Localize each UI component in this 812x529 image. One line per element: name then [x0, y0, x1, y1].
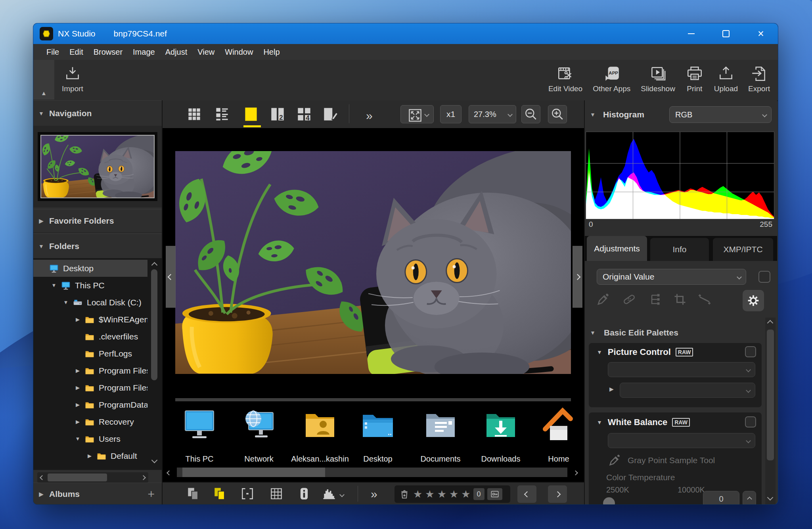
folder-tree-item[interactable]: ▶Recovery: [33, 413, 147, 430]
more-tools-button[interactable]: »: [371, 488, 377, 500]
chevron-right-icon[interactable]: ▶: [609, 386, 614, 392]
filmstrip-scrollbar[interactable]: [165, 466, 579, 478]
scrollbar-thumb[interactable]: [182, 468, 325, 477]
filmstrip-item[interactable]: Desktop: [348, 406, 408, 464]
folder-tree-item[interactable]: ▶Program Files: [33, 362, 147, 379]
toolbar-action-button[interactable]: APP Other Apps: [593, 65, 630, 93]
toolbar-action-button[interactable]: Export: [748, 65, 770, 93]
protect-key-button[interactable]: [487, 488, 502, 500]
picture-control-sub-dropdown[interactable]: [620, 383, 755, 398]
menu-item[interactable]: Help: [258, 48, 285, 57]
folder-tree-item[interactable]: ▶Default: [33, 447, 147, 464]
expander-icon[interactable]: ▼: [48, 282, 59, 288]
title-bar[interactable]: NX Studio bnp79CS4.nef ×: [33, 23, 778, 44]
filmstrip-item[interactable]: Aleksan...kashin: [290, 406, 350, 464]
zoom-1to1-button[interactable]: x1: [440, 105, 462, 123]
straighten-tool-icon[interactable]: [697, 292, 712, 307]
filmstrip-item[interactable]: This PC: [170, 406, 229, 464]
scroll-left-icon[interactable]: [40, 475, 45, 480]
filmstrip-item[interactable]: Network: [229, 406, 289, 464]
zoom-in-button[interactable]: [548, 105, 567, 123]
settings-gear-button[interactable]: [743, 290, 764, 311]
scroll-right-icon[interactable]: [571, 469, 579, 477]
folder-tree-item[interactable]: ▶ProgramData: [33, 396, 147, 413]
menu-item[interactable]: Adjust: [160, 48, 193, 57]
zoom-out-button[interactable]: [521, 105, 540, 123]
preset-apply-checkbox[interactable]: [758, 271, 770, 283]
zoom-level-dropdown[interactable]: 27.3%: [469, 105, 516, 123]
folder-tree-item[interactable]: PerfLogs: [33, 345, 147, 362]
expander-icon[interactable]: ▶: [72, 385, 83, 391]
crop-tool-icon[interactable]: [673, 292, 687, 307]
toolbar-collapse-strip[interactable]: ▲: [33, 60, 54, 100]
fit-to-screen-dropdown[interactable]: [400, 105, 434, 123]
filmstrip-item[interactable]: Home: [529, 406, 584, 464]
menu-item[interactable]: View: [192, 48, 220, 57]
expander-icon[interactable]: ▶: [72, 316, 83, 322]
expander-icon[interactable]: ▼: [72, 436, 83, 442]
maximize-button[interactable]: [720, 28, 732, 40]
expander-icon[interactable]: ▼: [60, 299, 71, 305]
close-button[interactable]: ×: [755, 28, 767, 40]
color-points-tool-icon[interactable]: [648, 292, 663, 307]
scrollbar-thumb[interactable]: [48, 473, 107, 481]
focus-frame-button[interactable]: [239, 486, 255, 502]
star-icon[interactable]: ★: [413, 489, 422, 499]
folder-tree-item[interactable]: ▼Local Disk (C:): [33, 294, 147, 311]
expander-icon[interactable]: ▶: [72, 402, 83, 408]
color-picker-tool-icon[interactable]: [596, 292, 610, 307]
show-pages-button[interactable]: [185, 486, 201, 502]
collapse-left-panel-handle[interactable]: [166, 246, 176, 308]
expander-icon[interactable]: ▶: [72, 368, 83, 374]
scrollbar-thumb[interactable]: [151, 269, 157, 380]
folder-tree-item[interactable]: Desktop: [33, 260, 147, 277]
gray-point-eyedropper-icon[interactable]: [608, 454, 621, 467]
navigation-thumbnail[interactable]: [38, 132, 157, 201]
star-icon[interactable]: ★: [461, 489, 470, 499]
toolbar-action-button[interactable]: Edit Video: [548, 65, 582, 93]
folder-tree-vertical-scrollbar[interactable]: [150, 260, 159, 468]
scrollbar-thumb[interactable]: [767, 330, 774, 460]
toolbar-action-button[interactable]: Slideshow: [641, 65, 675, 93]
menu-item[interactable]: File: [41, 48, 64, 57]
chevron-down-icon[interactable]: ▼: [585, 111, 601, 118]
scroll-left-icon[interactable]: [165, 469, 173, 477]
image-edit-view-button[interactable]: [321, 105, 339, 123]
folders-section-header[interactable]: ▼ Folders: [33, 234, 162, 259]
compare-2-view-button[interactable]: 2: [268, 105, 287, 123]
scroll-right-icon[interactable]: [141, 475, 146, 480]
toolbar-action-button[interactable]: Upload: [714, 65, 738, 93]
picture-control-checkbox[interactable]: [745, 346, 756, 357]
expander-icon[interactable]: ▶: [84, 453, 95, 459]
filmstrip-item[interactable]: Documents: [411, 406, 470, 464]
tab-adjustments[interactable]: Adjustments: [587, 236, 647, 261]
thumbnail-grid-view-button[interactable]: [185, 105, 203, 123]
folder-tree-item[interactable]: ▶$WinREAgent: [33, 311, 147, 328]
discard-trash-icon[interactable]: [398, 488, 410, 500]
menu-item[interactable]: Image: [128, 48, 160, 57]
white-balance-checkbox[interactable]: [745, 416, 756, 427]
chevron-down-icon[interactable]: ▼: [597, 349, 602, 355]
menu-item[interactable]: Window: [220, 48, 258, 57]
folder-tree-item[interactable]: .cleverfiles: [33, 328, 147, 345]
menu-item[interactable]: Edit: [64, 48, 88, 57]
folder-tree-item[interactable]: ▶Program Files (x8: [33, 379, 147, 396]
previous-image-button[interactable]: [517, 485, 536, 503]
filmstrip-item[interactable]: Downloads: [471, 406, 530, 464]
tab-info[interactable]: Info: [650, 238, 709, 261]
scroll-up-icon[interactable]: [151, 262, 158, 268]
next-image-button[interactable]: [548, 485, 567, 503]
folder-tree-item[interactable]: ▼This PC: [33, 277, 147, 294]
menu-item[interactable]: Browser: [88, 48, 128, 57]
histogram-overlay-button[interactable]: [321, 486, 337, 502]
star-icon[interactable]: ★: [425, 489, 434, 499]
minimize-button[interactable]: [685, 28, 697, 40]
star-icon[interactable]: ★: [449, 489, 458, 499]
scroll-down-icon[interactable]: [767, 494, 774, 501]
scroll-down-icon[interactable]: [151, 457, 158, 464]
spinner-stepper[interactable]: [743, 491, 756, 504]
compare-4-view-button[interactable]: 4: [295, 105, 313, 123]
tab-xmp-iptc[interactable]: XMP/IPTC: [713, 238, 773, 261]
panel-vertical-scrollbar[interactable]: [765, 318, 776, 504]
grid-overlay-button[interactable]: [268, 486, 284, 502]
